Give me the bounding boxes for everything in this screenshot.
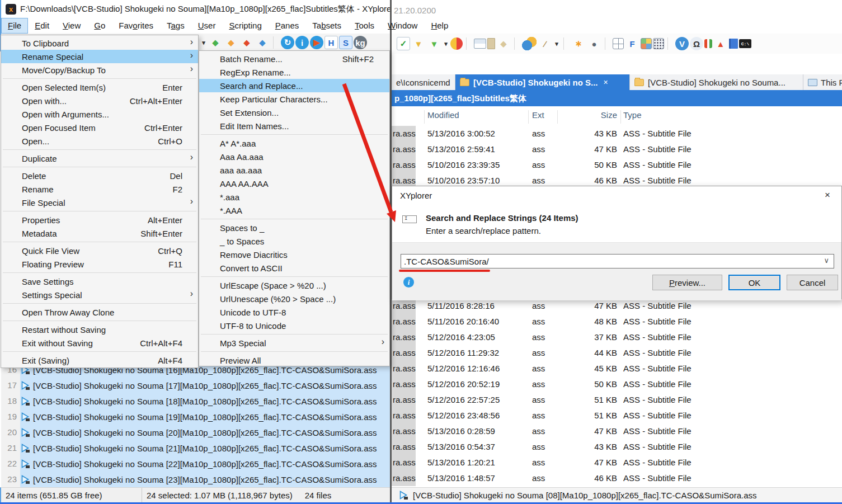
table-row[interactable]: ra.ass 5/13/2016 3:00:52 ass 43 KB ASS -… — [392, 126, 842, 142]
submenu-item[interactable]: Search and Replace... › — [199, 79, 389, 92]
menubar-item[interactable]: File — [1, 18, 28, 34]
submenu-item[interactable]: AAA AA.AAA › — [199, 177, 389, 190]
menubar-item[interactable]: Edit — [28, 18, 56, 34]
chevron-down-icon[interactable]: ∨ — [824, 256, 829, 265]
submenu-item[interactable]: RegExp Rename... › — [199, 65, 389, 79]
table-row[interactable]: ra.ass 5/12/2016 22:57:25 ass 51 KB ASS … — [392, 392, 842, 408]
table-row[interactable]: ra.ass 5/10/2016 23:39:35 ass 50 KB ASS … — [392, 157, 842, 173]
v-circle-icon[interactable]: V — [675, 37, 689, 50]
filter-green-icon[interactable]: ▼ — [427, 36, 441, 51]
file-row-selected[interactable]: 22 [VCB-Studio] Shokugeki no Souma [22][… — [1, 456, 390, 472]
menu-item[interactable]: Exit (Saving) Alt+F4 › — [1, 354, 198, 367]
submenu-item[interactable]: Spaces to _ › — [199, 221, 389, 234]
tag-orange-icon[interactable]: ◆ — [224, 35, 238, 50]
menu-item[interactable]: Floating Preview F11 › — [1, 257, 198, 271]
file-row-selected[interactable]: 21 [VCB-Studio] Shokugeki no Souma [21][… — [1, 440, 390, 456]
column-header-type[interactable]: Type — [623, 110, 642, 120]
submenu-item[interactable]: Edit Item Names... › — [199, 119, 389, 133]
menu-item[interactable]: File Special › — [1, 196, 198, 209]
menu-item[interactable]: To Clipboard › — [1, 36, 198, 50]
tab[interactable]: [VCB-Studio] Shokugeki no S... × — [455, 74, 630, 90]
submenu-item[interactable]: A* A*.aaa › — [199, 136, 389, 150]
book-icon[interactable] — [729, 39, 738, 49]
submenu-item[interactable]: UrlUnescape (%20 > Space ...) › — [199, 292, 389, 305]
go-arrow-icon[interactable]: ▶ — [310, 36, 323, 49]
menu-item[interactable]: Open Focused Item Ctrl+Enter › — [1, 121, 198, 134]
gear-icon[interactable]: ∗ — [571, 36, 586, 51]
submenu-item[interactable]: UTF-8 to Unicode › — [199, 319, 389, 332]
menu-item[interactable]: Rename F2 › — [1, 182, 198, 196]
table-row[interactable]: ra.ass 5/12/2016 4:23:05 ass 37 KB ASS -… — [392, 329, 842, 345]
submenu-item[interactable]: Remove Diacritics › — [199, 248, 389, 261]
preview-button[interactable]: Preview... — [652, 275, 722, 290]
submenu-item[interactable]: Batch Rename... Shift+F2 › — [199, 52, 389, 65]
menu-item[interactable]: Open with... Ctrl+Alt+Enter › — [1, 94, 198, 107]
menu-item[interactable]: Open... Ctrl+O › — [1, 134, 198, 148]
refresh-icon[interactable]: ↻ — [281, 36, 294, 49]
grid-colored-icon[interactable] — [641, 38, 652, 49]
grid-icon[interactable] — [613, 38, 624, 49]
title-bar[interactable]: x F:\Downloads\[VCB-Studio] Shokugeki no… — [0, 0, 390, 18]
tag-red-icon[interactable]: ◆ — [239, 35, 254, 50]
table-row[interactable]: ra.ass 5/13/2016 1:20:21 ass 47 KB ASS -… — [392, 455, 842, 470]
flame-icon[interactable]: ▲ — [713, 36, 728, 51]
table-row[interactable]: ra.ass 5/12/2016 23:48:56 ass 51 KB ASS … — [392, 408, 842, 423]
menu-item[interactable]: Duplicate › — [1, 152, 198, 165]
menu-item[interactable]: Exit without Saving Ctrl+Alt+F4 › — [1, 336, 198, 350]
menu-item[interactable]: Properties Alt+Enter › — [1, 213, 198, 227]
checkbox-icon[interactable]: ✓ — [397, 37, 410, 50]
submenu-item[interactable]: Preview All › — [199, 354, 389, 367]
tab[interactable]: This P × — [803, 74, 842, 90]
weight-kg-icon[interactable]: kg — [354, 36, 367, 49]
pie-chart-icon[interactable] — [450, 37, 463, 50]
split-panes-icon[interactable] — [474, 39, 486, 49]
columns-red-green-icon[interactable] — [704, 39, 712, 48]
menu-item[interactable]: Restart without Saving › — [1, 323, 198, 336]
menu-item[interactable]: Move/Copy/Backup To › — [1, 63, 198, 77]
table-row[interactable]: ra.ass 5/12/2016 12:16:46 ass 45 KB ASS … — [392, 361, 842, 376]
menubar-item[interactable]: Window — [381, 18, 424, 34]
menubar-item[interactable]: Help — [424, 18, 455, 34]
table-row[interactable]: ra.ass 5/13/2016 0:54:37 ass 43 KB ASS -… — [392, 439, 842, 455]
submenu-item[interactable]: UrlEscape (Space > %20 ...) › — [199, 279, 389, 292]
column-header-modified[interactable]: Modified — [427, 110, 459, 120]
terminal-icon[interactable]: C:\ — [739, 39, 751, 48]
file-row-selected[interactable]: 17 [VCB-Studio] Shokugeki no Souma [17][… — [1, 378, 390, 393]
tag-green-icon[interactable]: ◆ — [208, 35, 223, 50]
brush-icon[interactable]: ∕ — [538, 36, 552, 51]
submenu-item[interactable]: *.AAA › — [199, 204, 389, 217]
menu-item[interactable]: Open Throw Away Clone › — [1, 305, 198, 319]
menu-item[interactable]: Quick File View Ctrl+Q › — [1, 244, 198, 257]
brush-caret-icon[interactable]: ▾ — [553, 36, 560, 51]
doc-s-icon[interactable]: S — [339, 36, 352, 49]
menu-item[interactable]: Delete Del › — [1, 169, 198, 182]
toolbar-separator[interactable] — [605, 37, 610, 50]
toolbar-overflow-caret-icon[interactable]: ▾ — [200, 35, 207, 50]
submenu-item[interactable]: aaa aa.aaa › — [199, 163, 389, 177]
menubar-item[interactable]: Scripting — [222, 18, 268, 34]
file-row-selected[interactable]: 18 [VCB-Studio] Shokugeki no Souma [18][… — [1, 393, 390, 409]
info-circle-icon[interactable]: i — [295, 36, 309, 49]
menubar-item[interactable]: Tools — [348, 18, 381, 34]
toolbar-separator[interactable] — [273, 36, 278, 49]
menubar-item[interactable]: View — [56, 18, 87, 34]
color-filter-icon[interactable] — [522, 36, 537, 51]
file-row-selected[interactable]: 20 [VCB-Studio] Shokugeki no Souma [20][… — [1, 425, 390, 440]
menubar-item[interactable]: User — [191, 18, 223, 34]
submenu-item[interactable]: Convert to ASCII › — [199, 261, 389, 275]
tag-blue-icon[interactable]: ◆ — [255, 35, 270, 50]
tab[interactable]: e\Iconsnicemd × — [392, 74, 455, 90]
table-row[interactable]: ra.ass 5/12/2016 11:29:32 ass 44 KB ASS … — [392, 345, 842, 361]
doc-h-icon[interactable]: H — [324, 36, 338, 49]
submenu-item[interactable]: Mp3 Special › — [199, 336, 389, 350]
file-row-selected[interactable]: 19 [VCB-Studio] Shokugeki no Souma [19][… — [1, 409, 390, 425]
toolbar-separator[interactable] — [466, 37, 471, 50]
menu-item[interactable]: Save Settings › — [1, 275, 198, 288]
dialog-close-icon[interactable]: × — [821, 190, 834, 201]
grid-dots-icon[interactable] — [653, 38, 664, 49]
menu-item[interactable]: Rename Special › — [1, 50, 198, 63]
menu-item[interactable]: Settings Special › — [1, 288, 198, 302]
menu-item[interactable]: Open Selected Item(s) Enter › — [1, 81, 198, 94]
menubar-item[interactable]: Tags — [160, 18, 191, 34]
menu-item[interactable]: Metadata Shift+Enter › — [1, 227, 198, 240]
